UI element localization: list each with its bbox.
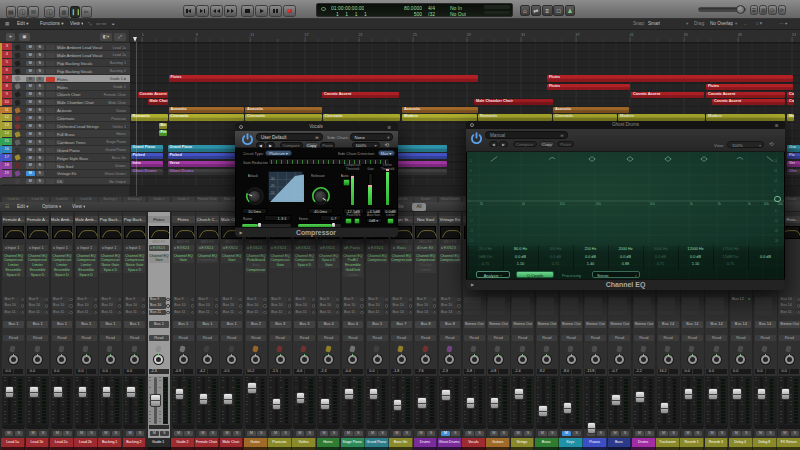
svg-text:-30: -30 [270, 177, 275, 181]
svg-text:-10: -10 [270, 191, 275, 195]
svg-text:-20: -20 [270, 184, 275, 188]
